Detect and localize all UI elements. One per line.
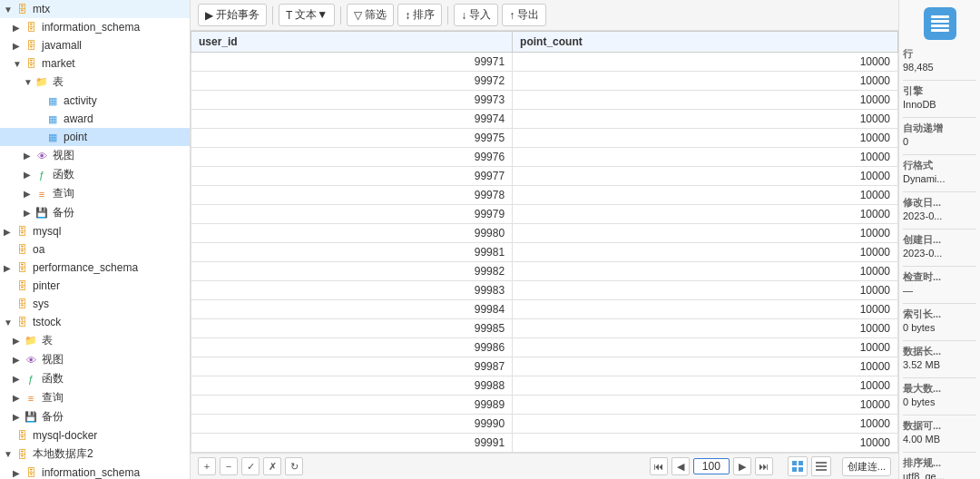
- start-transaction-button[interactable]: ▶ 开始事务: [198, 4, 267, 26]
- sidebar-item-tstock-table[interactable]: ▶ 📁 表: [0, 331, 190, 350]
- cell-user-id: 99980: [191, 224, 513, 243]
- table-row[interactable]: 9997310000: [191, 91, 898, 110]
- sidebar-item-func-folder[interactable]: ▶ ƒ 函数: [0, 165, 190, 184]
- sidebar-item-sys[interactable]: 🗄 sys: [0, 295, 190, 313]
- table-row[interactable]: 9997610000: [191, 148, 898, 167]
- sidebar-item-point[interactable]: ▦ point: [0, 128, 190, 146]
- info-max-data: 最大数... 0 bytes: [903, 382, 976, 407]
- sidebar-item-activity[interactable]: ▦ activity: [0, 92, 190, 110]
- table-row[interactable]: 9997710000: [191, 167, 898, 186]
- sidebar-label: award: [64, 112, 93, 125]
- sidebar-item-award[interactable]: ▦ award: [0, 110, 190, 128]
- cell-user-id: 99975: [191, 129, 513, 148]
- table-row[interactable]: 9998210000: [191, 262, 898, 281]
- sidebar-item-table-folder[interactable]: ▼ 📁 表: [0, 73, 190, 92]
- cancel-edit-button[interactable]: ✗: [263, 457, 281, 475]
- sidebar-item-local-info[interactable]: ▶ 🗄 information_schema: [0, 464, 190, 479]
- cell-point-count: 10000: [513, 167, 898, 186]
- table-row[interactable]: 9998810000: [191, 376, 898, 396]
- separator: [340, 6, 341, 24]
- refresh-button[interactable]: ↻: [285, 457, 303, 475]
- check-time-value: —: [903, 285, 976, 296]
- table-row[interactable]: 9999110000: [191, 434, 898, 453]
- sidebar-item-tstock-view[interactable]: ▶ 👁 视图: [0, 350, 190, 369]
- filter-button[interactable]: ▽ 筛选: [347, 4, 394, 26]
- cell-user-id: 99983: [191, 281, 513, 300]
- sort-button[interactable]: ↕ 排序: [397, 4, 442, 26]
- create-connection-button[interactable]: 创建连...: [842, 457, 891, 476]
- export-button[interactable]: ↑ 导出: [502, 4, 546, 26]
- text-label: 文本▼: [295, 7, 328, 23]
- auto-inc-value: 0: [903, 136, 976, 147]
- table-row[interactable]: 9998310000: [191, 281, 898, 300]
- add-row-button[interactable]: +: [198, 457, 216, 475]
- col-user-id[interactable]: user_id: [191, 32, 513, 53]
- sidebar-label: activity: [64, 94, 97, 107]
- sidebar-item-backup-folder[interactable]: ▶ 💾 备份: [0, 203, 190, 222]
- sidebar-item-performance-schema[interactable]: ▶ 🗄 performance_schema: [0, 259, 190, 277]
- sidebar-item-tstock-func[interactable]: ▶ ƒ 函数: [0, 369, 190, 388]
- sidebar-item-information-schema-1[interactable]: ▶ 🗄 information_schema: [0, 18, 190, 36]
- arrow-icon: ▼: [24, 77, 34, 87]
- sidebar-label: 视图: [42, 352, 64, 367]
- import-button[interactable]: ↓ 导入: [454, 4, 498, 26]
- import-label: 导入: [469, 7, 491, 23]
- sidebar-item-javamall-1[interactable]: ▶ 🗄 javamall: [0, 36, 190, 54]
- sidebar-item-tstock[interactable]: ▼ 🗄 tstock: [0, 313, 190, 331]
- confirm-button[interactable]: ✓: [241, 457, 260, 475]
- nav-next-button[interactable]: ▶: [733, 457, 751, 475]
- sidebar-item-tstock-query[interactable]: ▶ ≡ 查询: [0, 388, 190, 407]
- table-row[interactable]: 9997410000: [191, 110, 898, 129]
- cell-user-id: 99971: [191, 53, 513, 72]
- divider: [903, 80, 976, 81]
- page-size-input[interactable]: [693, 458, 730, 474]
- table-row[interactable]: 9997810000: [191, 186, 898, 205]
- svg-rect-10: [931, 29, 949, 32]
- sidebar-item-pinter[interactable]: 🗄 pinter: [0, 277, 190, 295]
- svg-rect-1: [799, 461, 803, 465]
- table-row[interactable]: 9997510000: [191, 129, 898, 148]
- table-row[interactable]: 9998710000: [191, 357, 898, 376]
- table-row[interactable]: 9997910000: [191, 205, 898, 224]
- sidebar-item-mtx[interactable]: ▼ 🗄 mtx: [0, 0, 190, 18]
- sidebar-item-tstock-backup[interactable]: ▶ 💾 备份: [0, 407, 190, 426]
- arrow-icon: ▼: [13, 59, 24, 69]
- sidebar-item-oa[interactable]: 🗄 oa: [0, 240, 190, 259]
- nav-prev-button[interactable]: ◀: [671, 457, 690, 475]
- db-icon: 🗄: [15, 315, 29, 329]
- divider: [903, 340, 976, 341]
- grid-view-button[interactable]: [788, 456, 808, 476]
- sidebar-item-mysql[interactable]: ▶ 🗄 mysql: [0, 222, 190, 240]
- table-row[interactable]: 9997210000: [191, 72, 898, 91]
- table-row[interactable]: 9998610000: [191, 338, 898, 357]
- cell-user-id: 99988: [191, 376, 513, 396]
- table-row[interactable]: 9998410000: [191, 300, 898, 319]
- sidebar-item-market[interactable]: ▼ 🗄 market: [0, 54, 190, 73]
- arrow-icon: ▼: [4, 449, 15, 459]
- sidebar-label: 查询: [53, 186, 74, 201]
- sidebar-item-mysql-docker[interactable]: 🗄 mysql-docker: [0, 426, 190, 445]
- divider: [903, 303, 976, 304]
- nav-last-button[interactable]: ⏭: [755, 457, 773, 475]
- list-view-button[interactable]: [811, 456, 831, 476]
- folder-icon: 📁: [34, 75, 49, 90]
- cell-user-id: 99985: [191, 319, 513, 338]
- table-row[interactable]: 9998910000: [191, 396, 898, 415]
- data-table: user_id point_count 99971100009997210000…: [191, 31, 898, 453]
- table-row[interactable]: 9998110000: [191, 243, 898, 262]
- sidebar-item-local-db2[interactable]: ▼ 🗄 本地数据库2: [0, 445, 190, 464]
- text-button[interactable]: T 文本▼: [279, 4, 335, 26]
- sidebar-item-query-folder[interactable]: ▶ ≡ 查询: [0, 184, 190, 203]
- table-row[interactable]: 9998010000: [191, 224, 898, 243]
- filter-icon: ▽: [354, 9, 362, 22]
- remove-row-button[interactable]: −: [220, 457, 238, 475]
- cell-point-count: 10000: [513, 72, 898, 91]
- sidebar-item-view-folder[interactable]: ▶ 👁 视图: [0, 146, 190, 165]
- arrow-icon: ▶: [13, 412, 24, 422]
- table-row[interactable]: 9998510000: [191, 319, 898, 338]
- table-row[interactable]: 9997110000: [191, 53, 898, 72]
- cell-point-count: 10000: [513, 262, 898, 281]
- table-row[interactable]: 9999010000: [191, 415, 898, 434]
- nav-first-button[interactable]: ⏮: [650, 457, 668, 475]
- col-point-count[interactable]: point_count: [513, 32, 898, 53]
